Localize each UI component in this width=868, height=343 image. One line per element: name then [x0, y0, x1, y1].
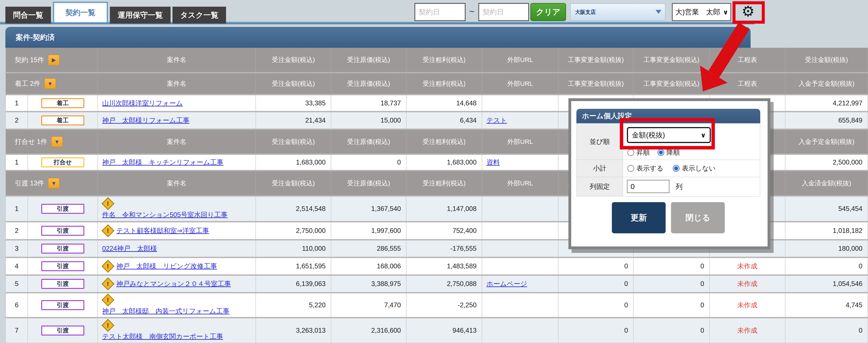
row-number: 5 [5, 276, 28, 292]
chg-incl-cell: 0 [633, 293, 710, 317]
sort-asc-label: 昇順 [637, 148, 650, 157]
gear-icon[interactable]: ⚙ [742, 4, 755, 19]
column-header: 外部URL [482, 171, 559, 195]
cost-incl-cell: 286,555 [331, 241, 406, 257]
tab-4[interactable]: タスク一覧 [173, 7, 226, 24]
column-header: 受注原価(税込) [331, 130, 406, 154]
group-expand-button[interactable]: ▶ [48, 55, 60, 65]
group-label: 打合せ 1件▼ [5, 130, 98, 154]
clear-button[interactable]: クリア [530, 3, 566, 21]
url-cell [482, 95, 559, 111]
radio-unchecked-icon [627, 165, 634, 172]
amount-cell: 180,000 [785, 241, 868, 257]
status-badge: 引渡 [41, 279, 84, 289]
branch-select[interactable]: 大阪支店 [570, 3, 665, 21]
profit-incl-cell: 1,147,008 [406, 196, 482, 221]
project-link[interactable]: 神戸 太郎様 リビング改修工事 [116, 262, 217, 271]
tab-2[interactable]: 契約一覧 [53, 2, 108, 24]
chg-excl-cell: 0 [559, 293, 633, 317]
tab-bar: 問合一覧契約一覧運用保守一覧タスク一覧 [5, 2, 226, 24]
chg-excl-cell: 0 [559, 276, 633, 292]
chg-excl-cell: 0 [559, 318, 633, 343]
sort-field-select[interactable]: 金額(税抜) ∨ [627, 127, 711, 143]
chg-incl-cell: 0 [633, 276, 710, 292]
external-url-link[interactable]: テスト [487, 116, 507, 125]
chg-incl-cell: 0 [633, 318, 710, 343]
amount-cell: 0 [785, 258, 868, 274]
status-badge: 引渡 [41, 244, 84, 253]
project-link[interactable]: 山川次郎様洋室リフォーム [102, 99, 183, 108]
status-badge: 着工 [41, 98, 84, 108]
project-link[interactable]: 件名 令和マンション505号室水回り工事 [102, 210, 227, 219]
project-link[interactable]: 神戸みなとマンション２０４号室工事 [116, 279, 231, 288]
chevron-down-icon: ∨ [723, 8, 728, 16]
user-select[interactable]: 大)営業 太郎 ∨ [672, 3, 731, 21]
group-count: 引渡 13件 [15, 179, 44, 188]
column-header: 受注原価(税込) [331, 48, 406, 72]
table-row: 6引渡!神戸 太郎様邸 内装一式リフォーム工事5,2207,470-2,2500… [5, 293, 868, 317]
sort-field-select-value: 金額(税抜) [632, 130, 665, 140]
cost-incl-cell: 7,470 [331, 293, 406, 317]
group-collapse-button[interactable]: ▼ [51, 136, 63, 147]
profit-incl-cell: -2,250 [406, 293, 482, 317]
status-badge: 引渡 [41, 325, 84, 336]
status-badge: 着工 [41, 116, 84, 125]
project-link[interactable]: テスト顧客様邸和室⇒洋室工事 [116, 226, 209, 235]
subtotal-show-radio[interactable]: 表示する [627, 164, 663, 173]
column-header-amount: 受注金額(税抜) [785, 48, 868, 72]
group-collapse-button[interactable]: ▼ [48, 178, 60, 189]
contract-date-to-input[interactable] [478, 3, 529, 21]
column-header: 受注金額(税込) [256, 130, 331, 154]
tab-3[interactable]: 運用保守一覧 [110, 7, 170, 24]
profit-incl-cell: 14,648 [406, 95, 482, 111]
chg-excl-cell: 0 [559, 258, 633, 274]
warning-icon: ! [101, 293, 114, 306]
fixed-column-input[interactable] [627, 180, 670, 193]
amount-cell: 4,212,997 [785, 95, 868, 111]
warning-icon: ! [101, 260, 114, 273]
project-link[interactable]: 神戸 太郎様リフォーム工事 [102, 116, 189, 125]
external-url-link[interactable]: ホームページ [487, 279, 527, 288]
contract-date-from-input[interactable] [414, 3, 466, 21]
order-incl-cell: 3,263,013 [256, 318, 331, 343]
group-count: 着工 2件 [15, 79, 40, 88]
fixed-column-label: 列固定 [577, 177, 623, 196]
column-header: 受注粗利(税込) [406, 48, 482, 72]
subtotal-hide-label: 表示しない [682, 164, 715, 173]
project-link[interactable]: 神戸 太郎様 キッチンリフォーム工事 [102, 158, 223, 167]
close-button[interactable]: 閉じる [671, 202, 725, 233]
column-header: 外部URL [482, 73, 559, 94]
order-incl-cell: 6,139,063 [256, 276, 331, 292]
sort-asc-radio[interactable]: 昇順 [627, 148, 650, 157]
sort-desc-radio[interactable]: 降順 [657, 148, 680, 157]
subtotal-hide-radio[interactable]: 表示しない [673, 164, 715, 173]
profit-incl-cell: 6,434 [406, 112, 482, 129]
project-link[interactable]: テスト太郎様 南側玄関カーポート工事 [102, 332, 223, 341]
order-incl-cell: 33,385 [256, 95, 331, 111]
cost-incl-cell: 18,737 [331, 95, 406, 111]
row-number: 1 [5, 95, 28, 111]
project-link[interactable]: 神戸 太郎様邸 内装一式リフォーム工事 [102, 307, 229, 316]
amount-cell: 1,018,182 [785, 222, 868, 239]
cost-incl-cell: 15,000 [331, 112, 406, 129]
profit-incl-cell: 2,750,088 [406, 276, 482, 292]
column-header: 外部URL [482, 48, 559, 72]
url-cell [482, 241, 559, 257]
table-row: 4引渡!神戸 太郎様 リビング改修工事1,651,595168,0061,483… [5, 258, 868, 274]
branch-select-value: 大阪支店 [575, 9, 596, 15]
column-header: 工事変更金額(税込) [633, 48, 710, 72]
column-header: 受注原価(税込) [331, 171, 406, 195]
external-url-link[interactable]: 資料 [487, 158, 500, 167]
url-cell [482, 222, 559, 239]
column-header: 工程表 [710, 48, 785, 72]
group-count: 打合せ 1件 [15, 137, 47, 146]
update-button[interactable]: 更新 [612, 202, 665, 233]
column-header: 案件名 [98, 73, 256, 94]
group-collapse-button[interactable]: ▼ [44, 78, 56, 89]
column-header: 受注粗利(税込) [406, 130, 482, 154]
warning-icon: ! [101, 319, 114, 332]
order-incl-cell: 1,683,000 [256, 155, 331, 170]
tab-1[interactable]: 問合一覧 [5, 7, 51, 24]
warning-icon: ! [101, 197, 114, 210]
project-link[interactable]: 0224神戸 太郎様 [102, 244, 157, 253]
